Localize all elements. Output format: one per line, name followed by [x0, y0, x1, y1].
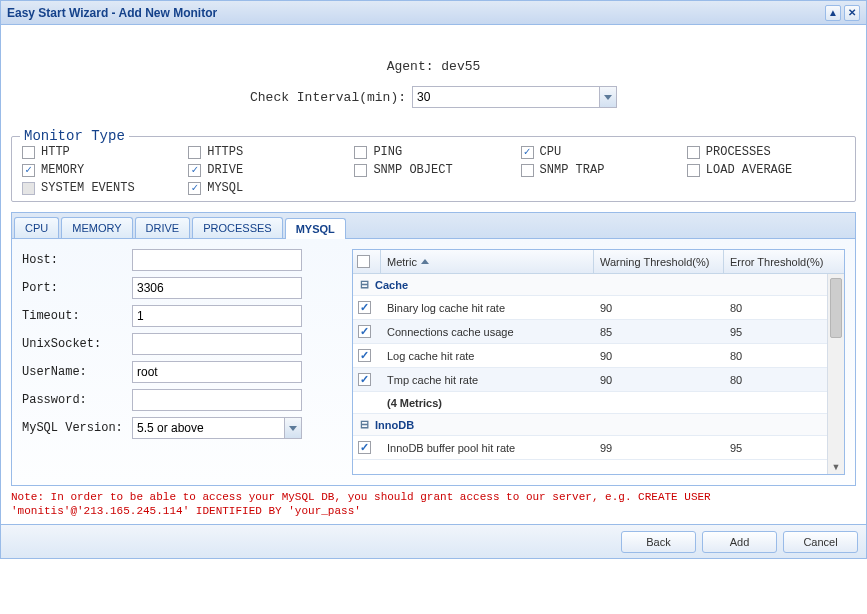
monitor-type-item[interactable]: PING	[354, 145, 512, 159]
monitor-type-fieldset: Monitor Type HTTPHTTPSPINGCPUPROCESSESME…	[11, 136, 856, 202]
monitor-type-label: HTTP	[41, 145, 70, 159]
checkbox[interactable]	[188, 182, 201, 195]
warning-cell[interactable]: 90	[594, 374, 724, 386]
checkbox[interactable]	[687, 146, 700, 159]
password-input[interactable]	[132, 389, 302, 411]
checkbox[interactable]	[687, 164, 700, 177]
grid-row[interactable]: Binary log cache hit rate9080	[353, 296, 844, 320]
checkbox[interactable]	[188, 164, 201, 177]
collapse-button[interactable]: ▲	[825, 5, 841, 21]
checkbox[interactable]	[521, 164, 534, 177]
monitor-type-label: SNMP OBJECT	[373, 163, 452, 177]
row-checkbox[interactable]	[358, 349, 371, 362]
error-cell[interactable]: 95	[724, 442, 844, 454]
dialog-footer: Back Add Cancel	[1, 524, 866, 558]
scroll-down-icon[interactable]: ▼	[828, 460, 844, 474]
error-cell[interactable]: 95	[724, 326, 844, 338]
grid-group-summary: (4 Metrics)	[353, 392, 844, 414]
password-label: Password:	[22, 393, 132, 407]
tab-drive[interactable]: DRIVE	[135, 217, 191, 238]
monitor-type-item[interactable]: HTTPS	[188, 145, 346, 159]
interval-input[interactable]	[412, 86, 617, 108]
warning-cell[interactable]: 99	[594, 442, 724, 454]
grid-group-header[interactable]: ⊟Cache	[353, 274, 844, 296]
monitor-type-item[interactable]: PROCESSES	[687, 145, 845, 159]
grid-header-metric[interactable]: Metric	[381, 250, 594, 273]
monitor-type-item[interactable]: HTTP	[22, 145, 180, 159]
metric-cell: InnoDB buffer pool hit rate	[381, 442, 594, 454]
back-button[interactable]: Back	[621, 531, 696, 553]
tab-cpu[interactable]: CPU	[14, 217, 59, 238]
grid-group-header[interactable]: ⊟InnoDB	[353, 414, 844, 436]
warning-cell[interactable]: 85	[594, 326, 724, 338]
cancel-button[interactable]: Cancel	[783, 531, 858, 553]
group-label: InnoDB	[375, 419, 414, 431]
grid-header-warning[interactable]: Warning Threshold(%)	[594, 250, 724, 273]
checkbox[interactable]	[354, 164, 367, 177]
monitor-type-item[interactable]: SYSTEM EVENTS	[22, 181, 180, 195]
unixsocket-input[interactable]	[132, 333, 302, 355]
error-cell[interactable]: 80	[724, 302, 844, 314]
scroll-thumb[interactable]	[830, 278, 842, 338]
warning-cell[interactable]: 90	[594, 302, 724, 314]
monitor-type-item[interactable]: SNMP TRAP	[521, 163, 679, 177]
close-button[interactable]: ✕	[844, 5, 860, 21]
monitor-type-item[interactable]: SNMP OBJECT	[354, 163, 512, 177]
version-dropdown-button[interactable]	[284, 417, 302, 439]
unixsocket-label: UnixSocket:	[22, 337, 132, 351]
tab-mysql[interactable]: MYSQL	[285, 218, 346, 239]
checkbox[interactable]	[521, 146, 534, 159]
select-all-checkbox[interactable]	[357, 255, 370, 268]
warning-cell[interactable]: 90	[594, 350, 724, 362]
row-checkbox[interactable]	[358, 441, 371, 454]
row-checkbox[interactable]	[358, 301, 371, 314]
port-input[interactable]	[132, 277, 302, 299]
chevron-down-icon	[289, 426, 297, 431]
interval-row: Check Interval(min):	[11, 86, 856, 108]
interval-dropdown-button[interactable]	[599, 86, 617, 108]
host-input[interactable]	[132, 249, 302, 271]
checkbox[interactable]	[22, 182, 35, 195]
timeout-input[interactable]	[132, 305, 302, 327]
version-label: MySQL Version:	[22, 421, 132, 435]
timeout-label: Timeout:	[22, 309, 132, 323]
monitor-type-item[interactable]: MYSQL	[188, 181, 346, 195]
grid-header-checkbox-cell	[353, 250, 381, 273]
checkbox[interactable]	[188, 146, 201, 159]
interval-select[interactable]	[412, 86, 617, 108]
monitor-type-label: SNMP TRAP	[540, 163, 605, 177]
grid-row[interactable]: InnoDB buffer pool hit rate9995	[353, 436, 844, 460]
agent-value: dev55	[441, 59, 480, 74]
error-cell[interactable]: 80	[724, 374, 844, 386]
row-checkbox[interactable]	[358, 325, 371, 338]
checkbox[interactable]	[354, 146, 367, 159]
grid-row[interactable]: Connections cache usage8595	[353, 320, 844, 344]
monitor-type-item[interactable]: MEMORY	[22, 163, 180, 177]
host-label: Host:	[22, 253, 132, 267]
grid-row[interactable]: Log cache hit rate9080	[353, 344, 844, 368]
version-input[interactable]	[132, 417, 302, 439]
collapse-icon[interactable]: ⊟	[353, 278, 375, 291]
checkbox[interactable]	[22, 164, 35, 177]
version-select[interactable]	[132, 417, 302, 439]
grid-header-error[interactable]: Error Threshold(%)	[724, 250, 844, 273]
add-button[interactable]: Add	[702, 531, 777, 553]
grid-row[interactable]: Tmp cache hit rate9080	[353, 368, 844, 392]
tab-memory[interactable]: MEMORY	[61, 217, 132, 238]
tab-processes[interactable]: PROCESSES	[192, 217, 282, 238]
monitor-type-label: HTTPS	[207, 145, 243, 159]
monitor-type-item[interactable]: LOAD AVERAGE	[687, 163, 845, 177]
username-input[interactable]	[132, 361, 302, 383]
content-area: Agent: dev55 Check Interval(min): Monito…	[1, 25, 866, 524]
summary-text: (4 Metrics)	[381, 397, 442, 409]
grid-scrollbar[interactable]: ▲ ▼	[827, 274, 844, 474]
monitor-type-item[interactable]: DRIVE	[188, 163, 346, 177]
monitor-type-label: MYSQL	[207, 181, 243, 195]
row-checkbox[interactable]	[358, 373, 371, 386]
monitor-type-label: MEMORY	[41, 163, 84, 177]
monitor-type-item[interactable]: CPU	[521, 145, 679, 159]
checkbox[interactable]	[22, 146, 35, 159]
collapse-icon[interactable]: ⊟	[353, 418, 375, 431]
metric-cell: Log cache hit rate	[381, 350, 594, 362]
error-cell[interactable]: 80	[724, 350, 844, 362]
